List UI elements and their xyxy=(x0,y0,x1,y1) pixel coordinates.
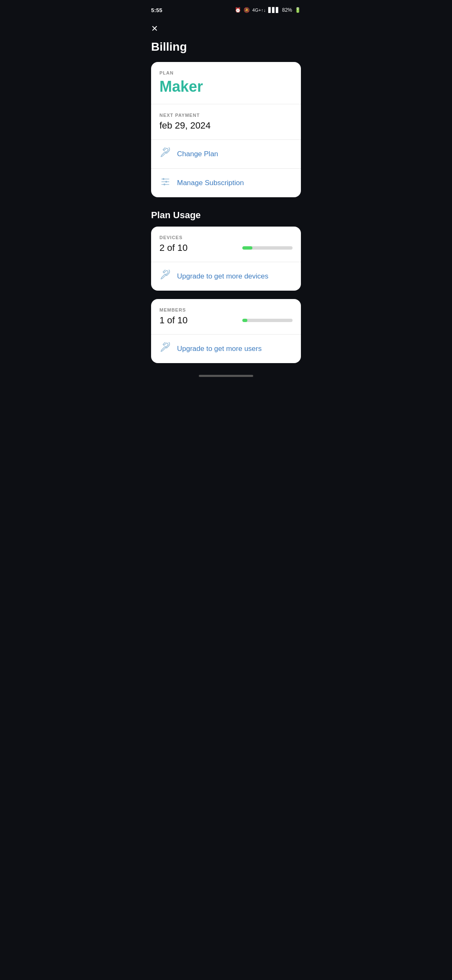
svg-point-5 xyxy=(164,183,165,185)
devices-count: 2 of 10 xyxy=(159,242,187,253)
upgrade-devices-rocket-icon xyxy=(159,270,171,283)
billing-card: PLAN Maker NEXT PAYMENT feb 29, 2024 Cha… xyxy=(151,62,301,197)
signal-bars-icon: ▋▋▋ xyxy=(268,7,280,13)
close-icon: ✕ xyxy=(151,24,158,33)
devices-progress-fill xyxy=(242,246,252,250)
status-bar: 5:55 ⏰ 🔕 4G+↑↓ ▋▋▋ 82% 🔋 xyxy=(144,0,308,18)
mute-icon: 🔕 xyxy=(244,7,250,13)
manage-subscription-button[interactable]: Manage Subscription xyxy=(151,168,301,197)
devices-progress-bar xyxy=(242,246,293,250)
change-plan-button[interactable]: Change Plan xyxy=(151,139,301,168)
plan-label: PLAN xyxy=(159,70,293,75)
devices-label: DEVICES xyxy=(159,235,293,240)
members-card: MEMBERS 1 of 10 Upgrade to get more user… xyxy=(151,299,301,363)
manage-subscription-label: Manage Subscription xyxy=(177,179,244,187)
upgrade-members-rocket-icon xyxy=(159,342,171,356)
devices-card: DEVICES 2 of 10 Upgrade to get more devi… xyxy=(151,227,301,291)
next-payment-date: feb 29, 2024 xyxy=(159,120,293,131)
status-right: ⏰ 🔕 4G+↑↓ ▋▋▋ 82% 🔋 xyxy=(235,7,301,13)
home-indicator xyxy=(199,375,253,377)
svg-point-3 xyxy=(163,178,164,180)
members-progress-fill xyxy=(242,319,247,322)
members-count: 1 of 10 xyxy=(159,315,187,326)
sliders-icon xyxy=(159,176,171,190)
next-payment-label: NEXT PAYMENT xyxy=(159,113,293,118)
home-indicator-bar xyxy=(144,371,308,380)
rocket-icon xyxy=(159,147,171,161)
upgrade-members-label: Upgrade to get more users xyxy=(177,345,262,353)
plan-name: Maker xyxy=(159,78,293,95)
members-usage-row: 1 of 10 xyxy=(159,315,293,326)
battery-level: 82% xyxy=(282,7,292,13)
devices-usage-row: 2 of 10 xyxy=(159,242,293,253)
upgrade-devices-button[interactable]: Upgrade to get more devices xyxy=(151,262,301,291)
page-title: Billing xyxy=(144,37,308,62)
members-progress-bar xyxy=(242,319,293,322)
next-payment-section: NEXT PAYMENT feb 29, 2024 xyxy=(151,104,301,139)
status-time: 5:55 xyxy=(151,7,162,13)
plan-usage-title: Plan Usage xyxy=(144,206,308,227)
close-button[interactable]: ✕ xyxy=(144,18,308,37)
alarm-icon: ⏰ xyxy=(235,7,241,13)
battery-icon: 🔋 xyxy=(295,7,301,13)
signal-icon: 4G+↑↓ xyxy=(252,8,266,13)
plan-section: PLAN Maker xyxy=(151,62,301,104)
members-label: MEMBERS xyxy=(159,307,293,312)
members-section: MEMBERS 1 of 10 xyxy=(151,299,301,334)
change-plan-label: Change Plan xyxy=(177,150,218,158)
upgrade-members-button[interactable]: Upgrade to get more users xyxy=(151,334,301,363)
svg-point-4 xyxy=(165,181,167,183)
upgrade-devices-label: Upgrade to get more devices xyxy=(177,272,268,281)
devices-section: DEVICES 2 of 10 xyxy=(151,227,301,262)
